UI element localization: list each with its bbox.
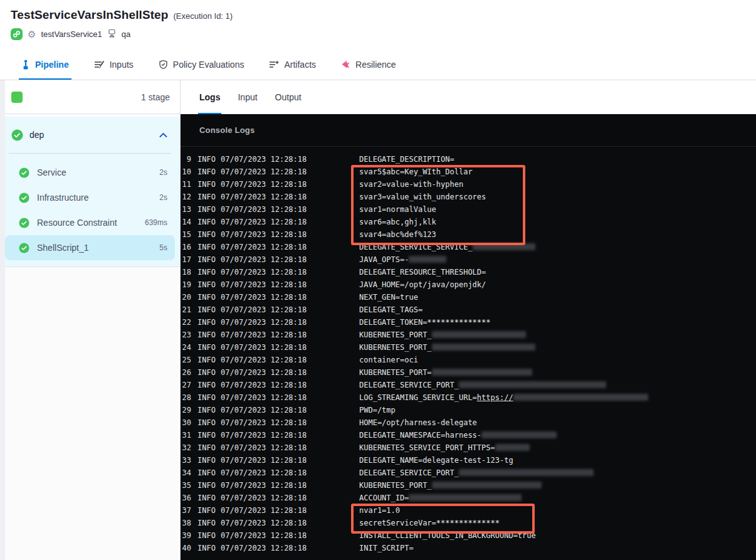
tab-input[interactable]: Input — [238, 80, 257, 114]
log-timestamp: 07/07/2023 12:28:18 — [221, 180, 307, 189]
log-level: INFO — [197, 418, 216, 427]
log-line: 19INFO07/07/2023 12:28:18JAVA_HOME=/opt/… — [181, 280, 756, 293]
log-line: 12INFO07/07/2023 12:28:18svar3=value_wit… — [181, 193, 756, 205]
step-item-resource-constraint[interactable]: Resource Constraint 639ms — [5, 210, 175, 235]
log-line: 25INFO07/07/2023 12:28:18container=oci — [181, 356, 756, 368]
log-level: INFO — [197, 494, 216, 502]
page-title: TestServiceVarsInShellStep — [11, 8, 168, 22]
log-timestamp: 07/07/2023 12:28:18 — [221, 255, 307, 264]
log-timestamp: 07/07/2023 12:28:18 — [221, 506, 307, 515]
log-line-number: 13 — [181, 205, 191, 214]
group-label: dep — [29, 130, 44, 140]
log-line-number: 28 — [181, 393, 191, 402]
stage-group-dep: dep Service 2s Infrastructure 2s — [0, 117, 180, 267]
chevron-up-icon[interactable] — [159, 129, 167, 140]
log-level: INFO — [197, 531, 216, 540]
log-timestamp: 07/07/2023 12:28:18 — [221, 218, 307, 226]
log-line: 11INFO07/07/2023 12:28:18svar2=value-wit… — [181, 180, 756, 193]
log-level: INFO — [197, 293, 216, 302]
log-message: svar4=abc%def%123 — [359, 230, 436, 239]
log-level: INFO — [197, 393, 216, 402]
log-line: 35INFO07/07/2023 12:28:18KUBERNETES_PORT… — [181, 481, 756, 494]
log-line: 20INFO07/07/2023 12:28:18NEXT_GEN=true — [181, 293, 756, 305]
cd-module-icon — [11, 28, 23, 40]
log-line-number: 37 — [181, 506, 191, 515]
log-level: INFO — [197, 443, 216, 452]
check-circle-icon — [19, 193, 29, 203]
log-line-number: 15 — [181, 230, 191, 239]
step-duration: 5s — [159, 243, 167, 252]
log-line: 29INFO07/07/2023 12:28:18PWD=/tmp — [181, 406, 756, 418]
log-timestamp: 07/07/2023 12:28:18 — [221, 280, 307, 289]
log-tabbar: Logs Input Output — [181, 80, 756, 114]
log-line: 33INFO07/07/2023 12:28:18DELEGATE_NAME=d… — [181, 456, 756, 468]
log-message: PWD=/tmp — [359, 406, 396, 415]
log-level: INFO — [197, 318, 216, 327]
log-timestamp: 07/07/2023 12:28:18 — [221, 268, 307, 277]
log-line: 39INFO07/07/2023 12:28:18INSTALL_CLIENT_… — [181, 531, 756, 544]
log-timestamp: 07/07/2023 12:28:18 — [221, 305, 307, 314]
log-level: INFO — [197, 368, 216, 377]
log-level: INFO — [197, 406, 216, 415]
group-header-dep[interactable]: dep — [0, 117, 180, 153]
log-line: 21INFO07/07/2023 12:28:18DELEGATE_TAGS= — [181, 305, 756, 318]
step-item-infrastructure[interactable]: Infrastructure 2s — [5, 185, 175, 210]
log-timestamp: 07/07/2023 12:28:18 — [221, 230, 307, 239]
log-level: INFO — [197, 356, 216, 364]
console-logs-header[interactable]: Console Logs — [181, 114, 756, 147]
sidebar-gutter — [0, 80, 5, 560]
log-line-number: 32 — [181, 443, 191, 452]
stage-header[interactable]: 1 stage — [0, 80, 180, 114]
log-line: 23INFO07/07/2023 12:28:18KUBERNETES_PORT… — [181, 330, 756, 343]
step-item-shellscript-1[interactable]: ShellScript_1 5s — [5, 235, 175, 260]
log-timestamp: 07/07/2023 12:28:18 — [221, 544, 307, 552]
log-line: 32INFO07/07/2023 12:28:18KUBERNETES_SERV… — [181, 443, 756, 456]
log-level: INFO — [197, 180, 216, 189]
tab-logs[interactable]: Logs — [199, 80, 220, 114]
tab-inputs[interactable]: Inputs — [94, 49, 134, 80]
stage-count: 1 stage — [141, 92, 170, 102]
log-timestamp: 07/07/2023 12:28:18 — [221, 418, 307, 427]
log-line: 16INFO07/07/2023 12:28:18DELEGATE_SERVIC… — [181, 243, 756, 255]
log-message: DELEGATE_NAME=delegate-test-123-tg — [359, 456, 513, 465]
log-level: INFO — [197, 268, 216, 277]
log-url-link[interactable]: https:// — [477, 393, 513, 402]
log-line-number: 33 — [181, 456, 191, 465]
log-timestamp: 07/07/2023 12:28:18 — [221, 356, 307, 364]
step-item-service[interactable]: Service 2s — [5, 160, 175, 185]
log-line: 17INFO07/07/2023 12:28:18JAVA_OPTS=- — [181, 255, 756, 268]
log-level: INFO — [197, 305, 216, 314]
log-line-number: 38 — [181, 519, 191, 527]
log-level: INFO — [197, 218, 216, 226]
log-timestamp: 07/07/2023 12:28:18 — [221, 406, 307, 415]
service-name[interactable]: testVarsService1 — [41, 29, 102, 39]
execution-header: TestServiceVarsInShellStep (Execution Id… — [0, 0, 756, 49]
log-level: INFO — [197, 280, 216, 289]
console-log-viewport[interactable]: 9INFO07/07/2023 12:28:18DELEGATE_DESCRIP… — [181, 147, 756, 560]
execution-sidebar: 1 stage dep Service 2s Infrastru — [0, 80, 181, 560]
log-line-number: 25 — [181, 356, 191, 364]
log-line-number: 18 — [181, 268, 191, 277]
module-tabbar: Pipeline Inputs Policy Evaluations Artif… — [0, 49, 756, 80]
tab-artifacts[interactable]: Artifacts — [269, 49, 316, 80]
redacted-value — [432, 331, 526, 338]
log-level: INFO — [197, 243, 216, 251]
step-list: Service 2s Infrastructure 2s Resource Co… — [0, 154, 180, 263]
tab-policy-evaluations[interactable]: Policy Evaluations — [159, 49, 244, 80]
log-timestamp: 07/07/2023 12:28:18 — [221, 155, 307, 164]
tab-pipeline[interactable]: Pipeline — [21, 49, 69, 80]
log-message: KUBERNETES_PORT_ — [359, 343, 535, 352]
log-line: 9INFO07/07/2023 12:28:18DELEGATE_DESCRIP… — [181, 155, 756, 167]
log-level: INFO — [197, 431, 216, 440]
tab-output[interactable]: Output — [275, 80, 302, 114]
log-line: 22INFO07/07/2023 12:28:18DELEGATE_TOKEN=… — [181, 318, 756, 330]
log-timestamp: 07/07/2023 12:28:18 — [221, 443, 307, 452]
log-line-number: 31 — [181, 431, 191, 440]
log-line: 14INFO07/07/2023 12:28:18svar6=abc,ghj,k… — [181, 218, 756, 230]
log-line-number: 24 — [181, 343, 191, 352]
redacted-value — [459, 469, 594, 476]
environment-name[interactable]: qa — [122, 29, 130, 39]
redacted-value — [432, 482, 542, 489]
log-line-number: 12 — [181, 193, 191, 201]
tab-resilience[interactable]: Resilience — [341, 49, 396, 80]
